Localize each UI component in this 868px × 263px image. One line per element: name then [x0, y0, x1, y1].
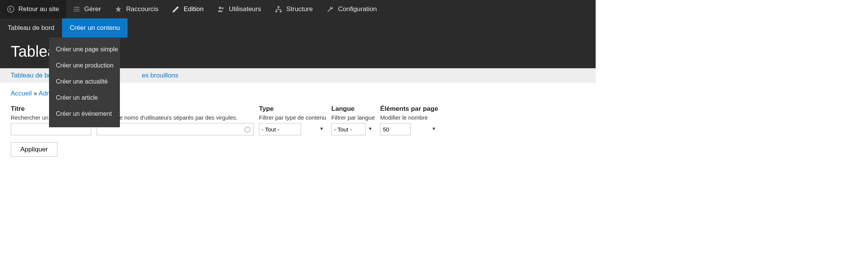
filter-author-desc: ne liste de noms d'utilisateurs séparés …	[97, 114, 254, 121]
tab-create-content-label: Créer un contenu	[70, 24, 120, 32]
filter-lang-desc: Filtrer par langue	[331, 114, 375, 121]
structure-icon	[275, 5, 282, 13]
create-content-dropdown: Créer une page simple Créer une producti…	[49, 38, 120, 127]
structure-label: Structure	[286, 5, 313, 13]
dropdown-item-production[interactable]: Créer une production	[49, 58, 120, 74]
filter-lang-label: Langue	[331, 105, 375, 113]
filter-author-label	[97, 105, 254, 113]
admin-toolbar: Retour au site Gérer Raccourcis Edition …	[0, 0, 596, 18]
edition-label: Edition	[183, 5, 203, 13]
svg-point-0	[8, 6, 14, 13]
users-icon	[217, 5, 225, 13]
filter-type-label: Type	[259, 105, 326, 113]
apply-button[interactable]: Appliquer	[11, 142, 57, 157]
svg-rect-5	[280, 10, 282, 12]
subtab-drafts[interactable]: es brouillons	[142, 72, 178, 79]
filter-perpage-desc: Modifier le nombre	[380, 114, 438, 121]
filter-type-desc: Filtrer par type de contenu	[259, 114, 326, 121]
svg-rect-3	[278, 6, 280, 8]
shortcuts-button[interactable]: Raccourcis	[108, 0, 165, 18]
tab-dashboard-label: Tableau de bord	[8, 24, 54, 32]
filter-type-select[interactable]: - Tout -	[259, 123, 301, 135]
structure-button[interactable]: Structure	[268, 0, 319, 18]
dropdown-item-page-simple[interactable]: Créer une page simple	[49, 41, 120, 58]
filter-author-col: ne liste de noms d'utilisateurs séparés …	[97, 105, 254, 135]
configuration-button[interactable]: Configuration	[319, 0, 383, 18]
back-icon	[7, 5, 15, 13]
filter-author-input[interactable]	[97, 123, 254, 135]
star-icon	[115, 5, 122, 13]
edition-button[interactable]: Edition	[165, 0, 210, 18]
filter-perpage-select[interactable]: 50	[380, 123, 411, 135]
hamburger-icon	[73, 5, 80, 13]
apply-row: Appliquer	[0, 135, 596, 164]
breadcrumb-sep: »	[34, 90, 39, 97]
header-area: Tableau de bord Créer un contenu Tableau…	[0, 18, 596, 68]
filter-type-col: Type Filtrer par type de contenu - Tout …	[259, 105, 326, 135]
back-to-site-button[interactable]: Retour au site	[0, 0, 66, 18]
manage-label: Gérer	[84, 5, 101, 13]
wrench-icon	[326, 5, 334, 13]
local-tabs: Tableau de bord Créer un contenu	[0, 18, 596, 38]
dropdown-item-article[interactable]: Créer un article	[49, 90, 120, 106]
svg-rect-4	[275, 10, 277, 12]
users-button[interactable]: Utilisateurs	[210, 0, 268, 18]
dropdown-item-actualite[interactable]: Créer une actualité	[49, 74, 120, 90]
manage-button[interactable]: Gérer	[66, 0, 108, 18]
filter-lang-col: Langue Filtrer par langue - Tout -	[331, 105, 375, 135]
users-label: Utilisateurs	[229, 5, 261, 13]
svg-point-2	[222, 7, 224, 9]
filter-lang-select[interactable]: - Tout -	[331, 123, 366, 135]
filter-perpage-col: Éléments par page Modifier le nombre 50	[380, 105, 438, 135]
breadcrumb-home[interactable]: Accueil	[11, 90, 32, 97]
tab-dashboard[interactable]: Tableau de bord	[0, 18, 62, 38]
svg-point-1	[219, 7, 222, 9]
dropdown-item-evenement[interactable]: Créer un événement	[49, 106, 120, 122]
shortcuts-label: Raccourcis	[126, 5, 158, 13]
filter-perpage-label: Éléments par page	[380, 105, 438, 113]
configuration-label: Configuration	[338, 5, 377, 13]
back-label: Retour au site	[18, 5, 59, 13]
tab-create-content[interactable]: Créer un contenu	[62, 18, 128, 38]
pencil-icon	[172, 5, 180, 13]
